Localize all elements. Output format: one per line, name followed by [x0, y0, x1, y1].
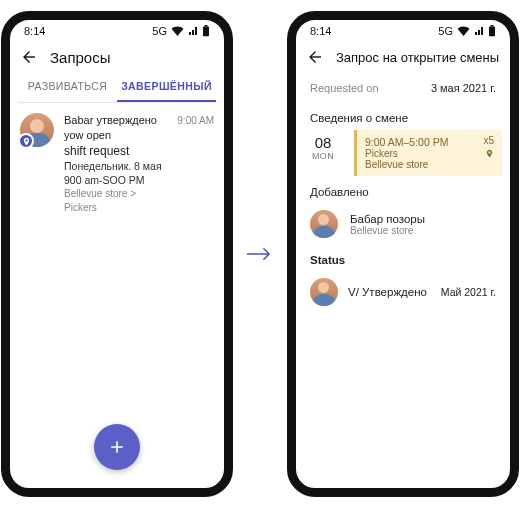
shift-section-title: Сведения о смене — [296, 102, 510, 130]
request-line3: Понедельник. 8 мая 900 am-SOO PM — [64, 159, 167, 187]
header: Запросы — [10, 42, 224, 74]
clock: 8:14 — [310, 25, 331, 37]
added-text: Бабар позоры Bellevue store — [350, 213, 425, 236]
page-title: Запросы — [50, 49, 111, 66]
pin-icon — [485, 149, 494, 158]
status-icons: 5G — [152, 25, 210, 37]
shift-card: 9:00 AM–5:00 PM Pickers Bellevue store x… — [354, 130, 502, 176]
status-icons: 5G — [438, 25, 496, 37]
request-item[interactable]: Babar утверждено yow open shift request … — [20, 113, 214, 214]
status-text: V/ Утверждено — [348, 286, 427, 298]
phone-right: 8:14 5G Запрос на открытие смены Request… — [287, 11, 519, 497]
requested-row: Requested on 3 мая 2021 г. — [296, 74, 510, 102]
open-shift-badge-icon — [18, 133, 34, 149]
header: Запрос на открытие смены — [296, 42, 510, 74]
tabs: РАЗВИВАТЬСЯ ЗАВЕРШЁННЫЙ — [10, 74, 224, 102]
back-icon[interactable] — [306, 48, 324, 66]
added-name: Бабар позоры — [350, 213, 425, 225]
request-line2: shift request — [64, 143, 167, 159]
requested-value: 3 мая 2021 г. — [431, 82, 496, 94]
wifi-icon — [457, 26, 470, 36]
request-time: 9:00 AM — [177, 113, 214, 126]
status-section-title: Status — [296, 244, 510, 272]
status-row: V/ Утверждено Май 2021 г. — [296, 272, 510, 312]
avatar — [310, 210, 338, 238]
wifi-icon — [171, 26, 184, 36]
added-section-title: Добавлено — [296, 176, 510, 204]
shift-time: 9:00 AM–5:00 PM — [365, 136, 494, 148]
svg-rect-1 — [205, 25, 208, 27]
shift-date: 08 MON — [304, 130, 342, 176]
page-title: Запрос на открытие смены — [336, 50, 499, 65]
shift-row[interactable]: 08 MON 9:00 AM–5:00 PM Pickers Bellevue … — [304, 130, 502, 176]
statusbar: 8:14 5G — [10, 20, 224, 42]
request-line1: Babar утверждено yow open — [64, 113, 167, 143]
tab-develop[interactable]: РАЗВИВАТЬСЯ — [18, 74, 117, 102]
request-list: Babar утверждено yow open shift request … — [10, 103, 224, 224]
phone-left: 8:14 5G Запросы РАЗВИВАТЬСЯ ЗАВЕРШЁННЫЙ — [1, 11, 233, 497]
svg-rect-0 — [203, 27, 209, 37]
signal-icon — [188, 26, 198, 36]
request-line4: Bellevue store > Pickers — [64, 187, 167, 214]
battery-icon — [202, 25, 210, 37]
network-label: 5G — [438, 25, 453, 37]
requested-label: Requested on — [310, 82, 379, 94]
added-person[interactable]: Бабар позоры Bellevue store — [296, 204, 510, 244]
fab-add[interactable] — [94, 424, 140, 470]
shift-group: Pickers — [365, 148, 494, 159]
shift-day: 08 — [304, 134, 342, 151]
added-sub: Bellevue store — [350, 225, 425, 236]
battery-icon — [488, 25, 496, 37]
signal-icon — [474, 26, 484, 36]
request-text: Babar утверждено yow open shift request … — [64, 113, 167, 214]
avatar — [310, 278, 338, 306]
shift-weekday: MON — [304, 151, 342, 161]
svg-rect-2 — [489, 27, 495, 37]
svg-rect-3 — [491, 25, 494, 27]
back-icon[interactable] — [20, 48, 38, 66]
shift-count: x5 — [483, 135, 494, 146]
statusbar: 8:14 5G — [296, 20, 510, 42]
shift-store: Bellevue store — [365, 159, 494, 170]
clock: 8:14 — [24, 25, 45, 37]
arrow-icon — [247, 245, 273, 263]
network-label: 5G — [152, 25, 167, 37]
tab-completed[interactable]: ЗАВЕРШЁННЫЙ — [117, 74, 216, 102]
plus-icon — [107, 437, 127, 457]
status-date: Май 2021 г. — [441, 286, 496, 298]
